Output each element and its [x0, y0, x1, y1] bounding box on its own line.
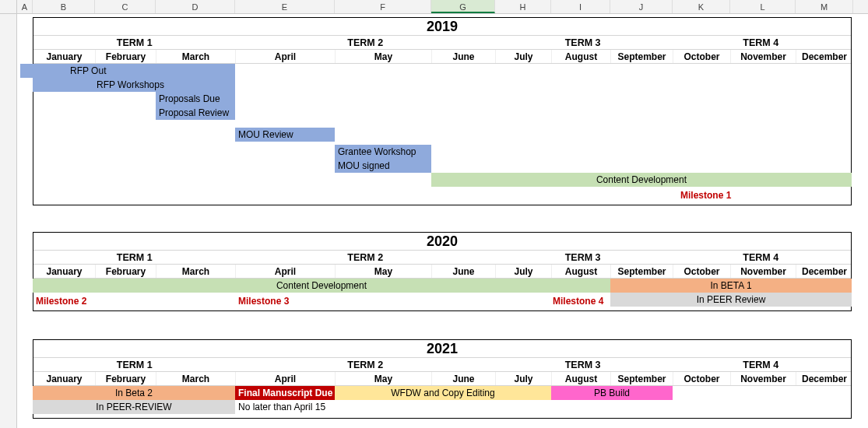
note-no-later: No later than April 15 — [235, 400, 325, 414]
term-cell: TERM 3 — [495, 251, 671, 264]
month-cell: January — [33, 265, 96, 278]
term-cell: TERM 3 — [495, 36, 671, 49]
gantt-bar-pb-build[interactable]: PB Build — [551, 386, 673, 400]
gantt-bar-content-dev-2019[interactable]: Content Development — [431, 173, 852, 187]
month-cell: April — [236, 265, 336, 278]
month-cell: July — [496, 372, 552, 385]
col-header-I[interactable]: I — [551, 0, 610, 13]
gantt-bar-in-peer-review-2020[interactable]: In PEER Review — [610, 293, 852, 307]
term-cell: TERM 4 — [670, 251, 851, 264]
term-cell: TERM 2 — [236, 251, 495, 264]
gantt-bar-in-peer-review-2021[interactable]: In PEER-REVIEW — [33, 400, 235, 414]
term-cell: TERM 4 — [670, 358, 851, 371]
col-header-J[interactable]: J — [610, 0, 673, 13]
gantt-bar-wfdw[interactable]: WFDW and Copy Editing — [335, 386, 551, 400]
month-cell: August — [552, 372, 611, 385]
gantt-bar-in-beta2[interactable]: In Beta 2 — [33, 386, 235, 400]
month-cell: July — [496, 265, 552, 278]
month-cell: October — [673, 50, 731, 63]
term-cell: TERM 2 — [236, 36, 495, 49]
month-cell: September — [611, 372, 673, 385]
milestone-2: Milestone 2 — [36, 294, 86, 308]
milestone-1: Milestone 1 — [680, 188, 731, 202]
year-title-2019: 2019 — [33, 18, 851, 36]
col-header-G[interactable]: G — [431, 0, 495, 13]
year-title-2021: 2021 — [33, 340, 851, 358]
month-cell: May — [336, 265, 432, 278]
col-header-K[interactable]: K — [673, 0, 730, 13]
column-header-row: A B C D E F G H I J K L M — [0, 0, 868, 14]
term-cell: TERM 1 — [33, 251, 236, 264]
month-cell: June — [432, 50, 496, 63]
gantt-bar-rfp-out[interactable]: RFP Out — [20, 64, 235, 78]
month-cell: May — [336, 50, 432, 63]
row-gutter — [0, 14, 17, 428]
col-header-L[interactable]: L — [730, 0, 796, 13]
month-cell: August — [552, 265, 611, 278]
col-header-H[interactable]: H — [495, 0, 551, 13]
month-cell: September — [611, 50, 673, 63]
month-cell: December — [796, 265, 852, 278]
milestone-4: Milestone 4 — [553, 294, 603, 308]
gantt-bar-final-manuscript[interactable]: Final Manuscript Due — [235, 386, 335, 400]
term-cell: TERM 1 — [33, 36, 236, 49]
gantt-bar-proposal-review[interactable]: Proposal Review — [156, 106, 235, 120]
col-header-D[interactable]: D — [156, 0, 235, 13]
month-cell: October — [673, 372, 731, 385]
gantt-bar-grantee-workshop[interactable]: Grantee Workshop — [335, 145, 431, 159]
spreadsheet-grid[interactable]: 2019 TERM 1 TERM 2 TERM 3 TERM 4 January… — [17, 14, 868, 428]
month-cell: April — [236, 50, 336, 63]
col-header-M[interactable]: M — [796, 0, 853, 13]
term-cell: TERM 3 — [495, 358, 671, 371]
month-cell: December — [796, 50, 852, 63]
month-cell: June — [432, 372, 496, 385]
col-header-F[interactable]: F — [335, 0, 431, 13]
term-cell: TERM 2 — [236, 358, 495, 371]
month-cell: January — [33, 372, 96, 385]
month-cell: November — [731, 50, 796, 63]
month-cell: July — [496, 50, 552, 63]
gantt-bar-mou-review[interactable]: MOU Review — [235, 128, 335, 142]
month-cell: May — [336, 372, 432, 385]
month-cell: March — [156, 372, 236, 385]
month-cell: November — [731, 265, 796, 278]
col-header-E[interactable]: E — [235, 0, 335, 13]
month-cell: February — [96, 50, 156, 63]
corner-cell — [0, 0, 17, 13]
term-cell: TERM 4 — [670, 36, 851, 49]
month-cell: December — [796, 372, 852, 385]
month-cell: January — [33, 50, 96, 63]
month-cell: September — [611, 265, 673, 278]
gantt-bar-mou-signed[interactable]: MOU signed — [335, 159, 431, 173]
col-header-C[interactable]: C — [95, 0, 156, 13]
gantt-bar-content-dev-2020[interactable]: Content Development — [33, 279, 610, 293]
term-cell: TERM 1 — [33, 358, 236, 371]
year-title-2020: 2020 — [33, 233, 851, 251]
month-cell: February — [96, 372, 156, 385]
month-cell: August — [552, 50, 611, 63]
month-cell: November — [731, 372, 796, 385]
month-cell: October — [673, 265, 731, 278]
month-cell: March — [156, 265, 236, 278]
col-header-B[interactable]: B — [33, 0, 95, 13]
gantt-bar-proposals-due[interactable]: Proposals Due — [156, 92, 235, 106]
month-cell: June — [432, 265, 496, 278]
month-cell: April — [236, 372, 336, 385]
gantt-bar-rfp-workshops[interactable]: RFP Workshops — [33, 78, 235, 92]
gantt-bar-in-beta1[interactable]: In BETA 1 — [610, 279, 852, 293]
month-cell: February — [96, 265, 156, 278]
month-cell: March — [156, 50, 236, 63]
milestone-3: Milestone 3 — [238, 294, 289, 308]
col-header-A[interactable]: A — [17, 0, 33, 13]
